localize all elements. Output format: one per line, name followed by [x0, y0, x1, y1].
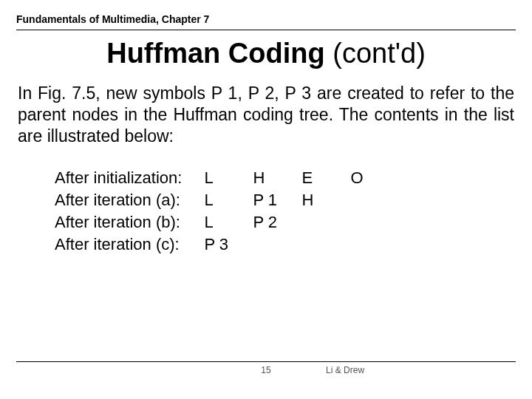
cell: [301, 233, 350, 256]
row-label: After iteration (a):: [55, 189, 182, 211]
authors: Li & Drew: [326, 365, 364, 375]
row-label: After iteration (b):: [55, 211, 182, 233]
page-number: 15: [261, 365, 270, 375]
slide-title: Huffman Coding (cont'd): [16, 38, 516, 69]
row-labels: After initialization: After iteration (a…: [55, 167, 182, 256]
cell: [350, 189, 399, 211]
cell: H: [301, 189, 350, 211]
cell: P 1: [253, 189, 301, 211]
body-paragraph: In Fig. 7.5, new symbols P 1, P 2, P 3 a…: [18, 83, 514, 146]
cell: L: [204, 211, 253, 233]
cell: L: [204, 167, 253, 189]
cell: O: [350, 167, 399, 189]
title-main: Huffman Coding: [106, 38, 325, 69]
cell: L: [204, 189, 253, 211]
row-label: After iteration (c):: [55, 233, 182, 256]
row-label: After initialization:: [55, 167, 182, 189]
slide: Fundamentals of Multimedia, Chapter 7 Hu…: [0, 0, 532, 399]
title-suffix: (cont'd): [325, 38, 426, 69]
symbol-grid: L H E O L P 1 H L P 2 P 3: [204, 167, 399, 256]
cell: E: [301, 167, 350, 189]
cell: P 2: [253, 211, 301, 233]
cell: H: [253, 167, 301, 189]
footer: 15 Li & Drew: [16, 361, 516, 377]
iteration-table: After initialization: After iteration (a…: [55, 167, 516, 256]
cell: P 3: [204, 233, 253, 256]
cell: [350, 233, 399, 256]
cell: [350, 211, 399, 233]
chapter-header: Fundamentals of Multimedia, Chapter 7: [16, 13, 516, 30]
cell: [253, 233, 301, 256]
cell: [301, 211, 350, 233]
